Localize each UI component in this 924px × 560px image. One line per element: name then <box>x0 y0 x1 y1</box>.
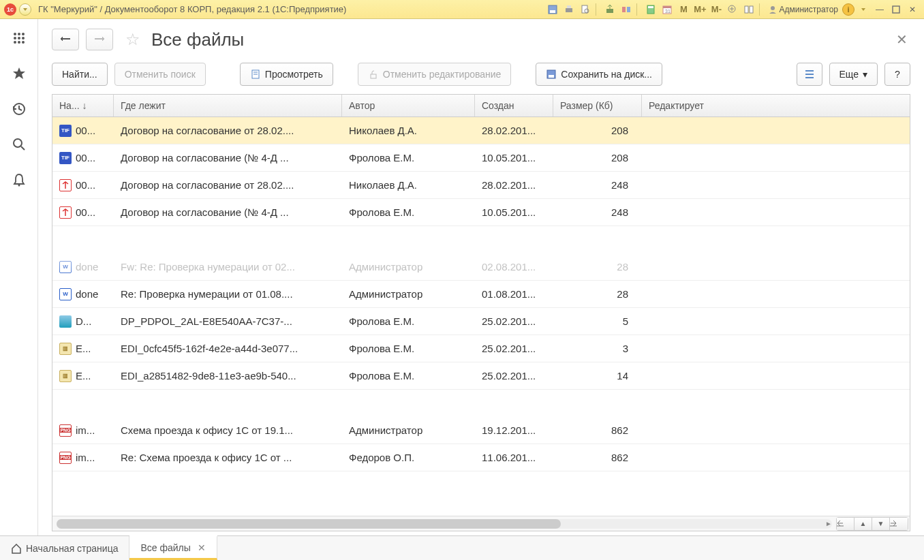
sidebar-favorites-icon[interactable] <box>10 64 29 83</box>
tab-home[interactable]: Начальная страница <box>0 536 129 560</box>
page-title: Все файлы <box>151 29 244 50</box>
list-mode-button[interactable] <box>797 63 822 86</box>
table-row[interactable]: ▥E...EDI_a2851482-9de8-11e3-ae9b-540...Ф… <box>52 362 910 390</box>
svg-point-19 <box>771 6 775 10</box>
table-header: На...↓ Где лежит Автор Создан Размер (Кб… <box>52 95 910 117</box>
nav-down-button[interactable]: ▼ <box>872 518 890 530</box>
table-row[interactable]: TIF00...Договор на согласование от 28.02… <box>52 117 910 144</box>
maximize-button[interactable] <box>889 3 904 16</box>
table-row[interactable]: ▥E...EDI_0cfc45f5-162f-4e2e-a44d-3e077..… <box>52 335 910 362</box>
file-created: 01.08.201... <box>475 284 553 304</box>
minimize-button[interactable]: — <box>872 3 887 16</box>
file-author: Фролова Е.М. <box>342 366 475 386</box>
table-row[interactable]: 00...Договор на согласование (№ 4-Д ...Ф… <box>52 199 910 226</box>
page-header: 🠔 🠖 ☆ Все файлы ✕ <box>52 29 910 50</box>
scroll-thumb[interactable] <box>57 519 561 529</box>
table-footer: ◄ ► ▲ ▼ <box>52 516 910 531</box>
file-editing <box>642 263 910 271</box>
tab-close-icon[interactable]: ✕ <box>198 542 206 553</box>
home-icon <box>11 543 22 554</box>
nav-first-button[interactable] <box>837 518 854 530</box>
nav-up-button[interactable]: ▲ <box>854 518 872 530</box>
column-name[interactable]: На...↓ <box>52 95 114 116</box>
nav-forward-button[interactable]: 🠖 <box>86 29 113 50</box>
nav-last-button[interactable] <box>890 518 908 530</box>
export-icon[interactable] <box>602 3 617 16</box>
column-path[interactable]: Где лежит <box>114 95 342 116</box>
file-path: Re: Проверка нумерации от 01.08.... <box>114 284 342 304</box>
scroll-right-icon[interactable]: ► <box>824 519 833 529</box>
window-title: ГК "Меркурий" / Документооборот 8 КОРП, … <box>38 4 346 14</box>
table-row[interactable]: WdoneFw: Re: Проверка нумерации от 02...… <box>52 253 910 281</box>
disk-icon <box>546 69 557 80</box>
file-size: 208 <box>553 121 642 140</box>
compare-icon[interactable] <box>619 3 634 16</box>
file-created: 19.12.201... <box>475 420 553 440</box>
file-author: Фролова Е.М. <box>342 202 475 222</box>
save-icon[interactable] <box>545 3 560 16</box>
tif-file-icon: TIF <box>59 125 72 137</box>
svg-point-25 <box>18 37 20 40</box>
info-dropdown-icon[interactable] <box>856 3 871 16</box>
file-size: 862 <box>553 420 642 440</box>
sidebar-search-icon[interactable] <box>10 135 29 154</box>
svg-rect-20 <box>893 6 899 13</box>
more-button[interactable]: Еще ▾ <box>829 63 878 86</box>
memory-mplus-button[interactable]: M+ <box>692 3 707 16</box>
table-row[interactable]: WdoneRe: Проверка нумерации от 01.08....… <box>52 281 910 308</box>
page-close-button[interactable]: ✕ <box>893 29 910 50</box>
file-editing <box>642 345 910 353</box>
svg-rect-18 <box>750 6 753 13</box>
print-icon[interactable] <box>561 3 576 16</box>
memory-m-button[interactable]: M <box>676 3 691 16</box>
view-button[interactable]: Просмотреть <box>240 63 333 86</box>
table-row[interactable]: PNGim...Re: Схема проезда к офису 1С от … <box>52 444 910 471</box>
titlebar-menu-icon[interactable] <box>19 3 31 16</box>
file-created: 25.02.201... <box>475 366 553 386</box>
help-button[interactable]: ? <box>884 63 910 86</box>
table-row[interactable]: 00...Договор на согласование от 28.02...… <box>52 172 910 199</box>
svg-point-33 <box>18 185 20 187</box>
app-logo-icon: 1c <box>4 3 16 16</box>
calendar-icon[interactable]: 31 <box>660 3 675 16</box>
zoom-icon[interactable] <box>725 3 740 16</box>
favorite-star-icon[interactable]: ☆ <box>125 30 140 49</box>
tab-all-files[interactable]: Все файлы ✕ <box>129 535 217 560</box>
column-size[interactable]: Размер (Кб) <box>553 95 642 116</box>
cancel-search-button[interactable]: Отменить поиск <box>114 63 206 86</box>
png-file-icon: PNG <box>59 452 72 464</box>
tab-files-label: Все файлы <box>140 542 190 553</box>
window-close-button[interactable]: ✕ <box>905 3 920 16</box>
horizontal-scrollbar[interactable]: ◄ ► <box>57 519 832 529</box>
info-icon[interactable]: i <box>842 3 854 16</box>
file-created: 28.02.201... <box>475 121 553 140</box>
table-row[interactable]: PNGim...Схема проезда к офису 1С от 19.1… <box>52 417 910 444</box>
row-gap <box>52 390 910 417</box>
file-path: Fw: Re: Проверка нумерации от 02... <box>114 257 342 277</box>
memory-mminus-button[interactable]: M- <box>709 3 724 16</box>
file-size: 862 <box>553 448 642 467</box>
table-row[interactable]: D...DP_PDPOL_2AL-E8E540AA-7C37-...Фролов… <box>52 308 910 335</box>
preview-icon[interactable] <box>578 3 593 16</box>
calculator-icon[interactable] <box>643 3 658 16</box>
file-name: E... <box>76 370 91 382</box>
cancel-edit-button[interactable]: Отменить редактирование <box>358 63 512 86</box>
panels-icon[interactable] <box>741 3 756 16</box>
sidebar-notifications-icon[interactable] <box>10 170 29 189</box>
column-editing[interactable]: Редактирует <box>642 95 910 116</box>
table-body: TIF00...Договор на согласование от 28.02… <box>52 117 910 516</box>
sidebar-apps-icon[interactable] <box>10 29 29 48</box>
file-path: Договор на согласование (№ 4-Д ... <box>114 148 342 168</box>
file-name: D... <box>76 315 91 327</box>
row-nav-buttons: ▲ ▼ <box>836 517 908 531</box>
file-path: Схема проезда к офису 1С от 19.1... <box>114 420 342 440</box>
table-row[interactable]: TIF00...Договор на согласование (№ 4-Д .… <box>52 144 910 172</box>
column-created[interactable]: Создан <box>475 95 553 116</box>
sidebar-history-icon[interactable] <box>10 99 29 119</box>
current-user[interactable]: Администратор <box>766 5 841 14</box>
nav-back-button[interactable]: 🠔 <box>52 29 79 50</box>
binary-file-icon <box>59 315 72 328</box>
find-button[interactable]: Найти... <box>52 63 108 86</box>
save-to-disk-button[interactable]: Сохранить на диск... <box>536 63 662 86</box>
column-author[interactable]: Автор <box>342 95 475 116</box>
